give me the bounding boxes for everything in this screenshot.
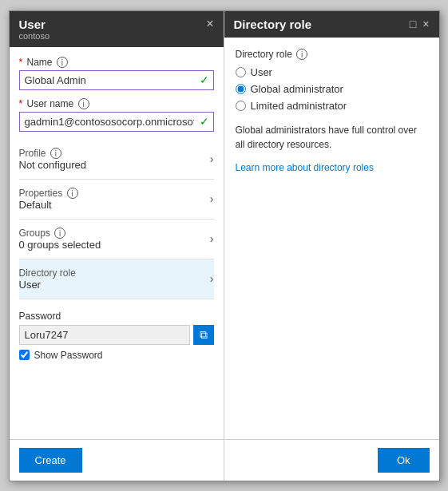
- name-field-group: * Name i ✓: [19, 57, 214, 90]
- properties-value: Default: [19, 199, 78, 211]
- username-input[interactable]: [19, 112, 214, 132]
- dir-role-description: Global administrators have full control …: [236, 123, 428, 152]
- username-label: * User name i: [19, 98, 214, 109]
- profile-label: Profile i: [19, 148, 87, 159]
- password-input[interactable]: [19, 325, 190, 345]
- dir-role-info-icon[interactable]: i: [296, 49, 307, 60]
- directory-role-radio-group: User Global administrator Limited admini…: [236, 66, 428, 112]
- username-label-text: User name: [27, 98, 74, 109]
- name-input-wrapper: ✓: [19, 70, 214, 90]
- directory-role-label: Directory role: [19, 267, 76, 279]
- username-field-group: * User name i ✓: [19, 98, 214, 132]
- name-label: * Name i: [19, 57, 214, 68]
- password-input-row: ⧉: [19, 325, 214, 345]
- radio-item-user[interactable]: User: [236, 66, 428, 78]
- right-header-controls: □ ×: [410, 18, 430, 30]
- password-section: Password ⧉ Show Password: [19, 311, 214, 361]
- ok-button[interactable]: Ok: [378, 448, 430, 473]
- left-panel-footer: Create: [10, 439, 224, 481]
- left-panel-header: User contoso ×: [10, 11, 224, 47]
- left-panel-header-text: User contoso: [19, 18, 50, 41]
- right-panel-close-button[interactable]: ×: [422, 18, 429, 30]
- username-info-icon[interactable]: i: [78, 98, 89, 109]
- dialog-container: User contoso × * Name i ✓ *: [9, 10, 440, 481]
- dir-role-section-label: Directory role i: [236, 49, 428, 60]
- copy-icon: ⧉: [200, 328, 208, 341]
- right-panel-title: Directory role: [234, 18, 312, 31]
- right-panel-footer: Ok: [224, 439, 439, 481]
- show-password-checkbox[interactable]: [19, 350, 30, 360]
- groups-chevron-icon: ›: [210, 232, 214, 245]
- properties-chevron-icon: ›: [210, 192, 214, 205]
- learn-more-link[interactable]: Learn more about directory roles: [236, 162, 374, 173]
- left-panel-title: User: [19, 18, 50, 31]
- left-panel-close-button[interactable]: ×: [206, 18, 213, 30]
- name-label-text: Name: [27, 57, 53, 68]
- directory-role-row[interactable]: Directory role User ›: [19, 259, 214, 299]
- minimize-button[interactable]: □: [410, 18, 416, 30]
- right-panel: Directory role □ × Directory role i User…: [224, 11, 439, 481]
- left-panel-subtitle: contoso: [19, 31, 50, 41]
- radio-limited-admin[interactable]: [236, 101, 246, 111]
- properties-label: Properties i: [19, 188, 78, 199]
- directory-role-chevron-icon: ›: [210, 272, 214, 285]
- radio-global-admin[interactable]: [236, 84, 246, 94]
- radio-item-limited-admin[interactable]: Limited administrator: [236, 100, 428, 112]
- groups-row[interactable]: Groups i 0 groups selected ›: [19, 220, 214, 259]
- radio-global-admin-label: Global administrator: [251, 83, 343, 95]
- groups-value: 0 groups selected: [19, 239, 101, 251]
- properties-row[interactable]: Properties i Default ›: [19, 180, 214, 220]
- profile-row[interactable]: Profile i Not configured ›: [19, 140, 214, 180]
- properties-info-icon[interactable]: i: [67, 188, 78, 199]
- profile-info-icon[interactable]: i: [50, 148, 61, 159]
- show-password-row: Show Password: [19, 350, 214, 361]
- groups-label: Groups i: [19, 228, 101, 239]
- name-info-icon[interactable]: i: [57, 57, 68, 68]
- groups-info-icon[interactable]: i: [54, 228, 65, 239]
- show-password-label: Show Password: [34, 350, 103, 361]
- radio-user-label: User: [251, 66, 272, 78]
- username-checkmark-icon: ✓: [200, 115, 209, 128]
- profile-value: Not configured: [19, 159, 87, 171]
- radio-user[interactable]: [236, 67, 246, 77]
- username-input-wrapper: ✓: [19, 112, 214, 132]
- password-label: Password: [19, 311, 214, 322]
- copy-password-button[interactable]: ⧉: [193, 325, 214, 345]
- directory-role-value: User: [19, 279, 76, 291]
- name-checkmark-icon: ✓: [200, 73, 209, 86]
- name-required-star: *: [19, 57, 23, 68]
- create-button[interactable]: Create: [19, 448, 82, 473]
- left-panel-body: * Name i ✓ * User name i ✓: [10, 47, 224, 439]
- left-panel: User contoso × * Name i ✓ *: [10, 11, 224, 481]
- radio-limited-admin-label: Limited administrator: [251, 100, 347, 112]
- name-input[interactable]: [19, 70, 214, 90]
- username-required-star: *: [19, 98, 23, 109]
- profile-chevron-icon: ›: [210, 152, 214, 165]
- right-panel-body: Directory role i User Global administrat…: [224, 38, 439, 439]
- right-panel-header: Directory role □ ×: [224, 11, 439, 38]
- radio-item-global-admin[interactable]: Global administrator: [236, 83, 428, 95]
